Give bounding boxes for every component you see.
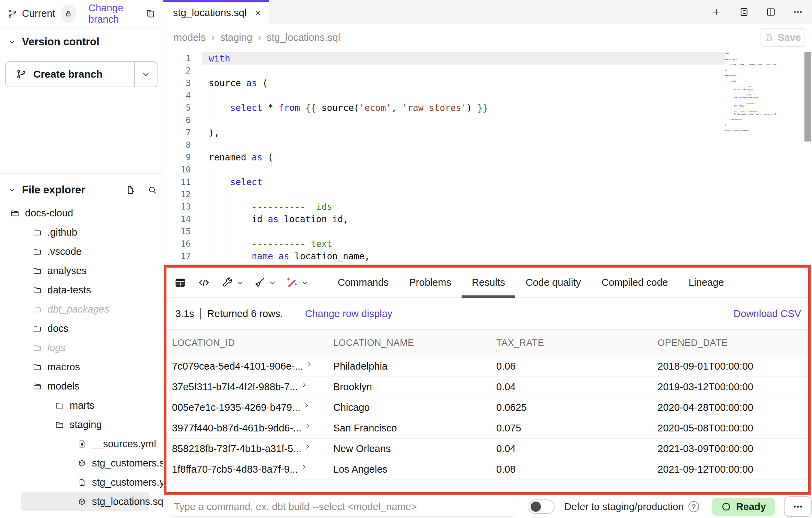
table-row[interactable]: 1f8ffa70-7cb5-4d83-8a7f-9...Los Angeles0… — [166, 459, 810, 480]
tree-item-stg_customers.sql[interactable]: stg_customers.sql — [0, 453, 163, 473]
save-button[interactable]: Save — [761, 28, 804, 47]
tree-item-dbt_packages[interactable]: dbt_packages — [0, 300, 163, 319]
command-bar: Defer to staging/production ? Ready — [163, 495, 812, 518]
cell-tax: 0.04 — [496, 443, 658, 454]
panel-tab-results[interactable]: Results — [462, 268, 515, 298]
git-branch-icon — [8, 9, 17, 19]
table-row[interactable]: 3977f440-b87d-461b-9dd6-...San Francisco… — [166, 418, 810, 439]
expand-row-icon[interactable] — [304, 443, 311, 450]
table-row[interactable]: 37e5f311-b7f4-4f2f-988b-7...Brooklyn0.04… — [166, 377, 810, 397]
file-icon — [77, 439, 86, 449]
tree-item-.vscode[interactable]: .vscode — [0, 242, 163, 261]
breadcrumb: models›staging›stg_locations.sql — [174, 24, 340, 51]
download-csv-link[interactable]: Download CSV — [733, 308, 801, 319]
change-branch-link[interactable]: Change branch — [89, 2, 145, 25]
build-tool-dropdown[interactable] — [221, 276, 244, 289]
tree-item-macros[interactable]: macros — [0, 357, 163, 376]
file-tree: docs-cloud.github.vscodeanalysesdata-tes… — [0, 203, 163, 511]
cell-value: 2020-05-08T00:00:00 — [658, 423, 753, 433]
minimap-line: with — [725, 52, 776, 55]
tree-item-stg_customers.yml[interactable]: stg_customers.yml — [0, 473, 163, 492]
expand-row-icon[interactable] — [306, 361, 313, 368]
new-file-icon[interactable] — [125, 185, 136, 195]
panel-tab-compiled-code[interactable]: Compiled code — [591, 268, 678, 298]
cell-tax: 0.08 — [496, 464, 658, 475]
minimap-line: name as location_name, — [725, 96, 776, 99]
status-label: Ready — [736, 501, 766, 513]
tree-item-stg_locations.sql[interactable]: stg_locations.sql — [21, 492, 149, 511]
indent-guide — [210, 164, 210, 268]
command-input[interactable] — [174, 501, 512, 513]
tree-item-docs-cloud[interactable]: docs-cloud — [0, 203, 163, 223]
folder-icon — [33, 285, 42, 295]
tree-item-models[interactable]: models — [0, 376, 163, 396]
panel-tab-problems[interactable]: Problems — [399, 268, 462, 298]
code-line: source as ( — [209, 77, 268, 89]
expand-row-icon[interactable] — [301, 381, 308, 388]
minimap-line — [725, 126, 776, 129]
version-control-header[interactable]: Version control — [8, 36, 100, 48]
folder-icon — [33, 247, 42, 256]
panel-tab-lineage[interactable]: Lineage — [678, 268, 734, 298]
more-options-icon[interactable] — [793, 7, 803, 17]
minimap-line — [725, 82, 776, 85]
change-row-display-link[interactable]: Change row display — [305, 308, 393, 319]
preview-table-icon[interactable] — [173, 276, 187, 290]
panel-tab-commands[interactable]: Commands — [327, 268, 399, 298]
cell-value: Chicago — [333, 402, 370, 413]
tree-item-logs[interactable]: logs — [0, 338, 163, 357]
tree-item-data-tests[interactable]: data-tests — [0, 280, 163, 300]
panel-tab-code-quality[interactable]: Code quality — [515, 268, 591, 298]
tree-item-analyses[interactable]: analyses — [0, 261, 163, 280]
cell-value: 0.075 — [496, 423, 521, 433]
branch-bar: Current Change branch — [0, 0, 163, 27]
version-control-title: Version control — [22, 36, 100, 48]
split-view-icon[interactable] — [765, 7, 776, 18]
copy-icon[interactable] — [145, 9, 155, 19]
tree-item-docs[interactable]: docs — [0, 319, 163, 338]
gutter-line-number: 5 — [163, 102, 191, 114]
editor-scrollbar[interactable] — [804, 52, 811, 142]
compile-code-icon[interactable] — [197, 276, 210, 289]
cell-value: 2021-09-12T00:00:00 — [658, 464, 753, 475]
minimap[interactable]: with source as ( select * from {{ source… — [725, 52, 776, 132]
expand-row-icon[interactable] — [304, 423, 311, 429]
cell-value: 3977f440-b87d-461b-9dd6-... — [172, 423, 301, 434]
ai-assist-dropdown[interactable] — [285, 276, 309, 289]
cell-tax: 0.0625 — [496, 402, 658, 413]
tree-item-__sources.yml[interactable]: __sources.yml — [0, 434, 163, 453]
gutter-line-number: 16 — [163, 238, 191, 250]
dbt-cloud-ide: Current Change branch Version control Cr… — [0, 0, 812, 518]
table-row[interactable]: 7c079cea-5ed4-4101-906e-...Philadelphia0… — [166, 356, 810, 377]
chevron-down-icon — [236, 279, 244, 286]
status-badge: Ready — [712, 498, 775, 516]
minimap-line: ---------- ids — [725, 85, 776, 88]
format-dropdown[interactable] — [253, 276, 276, 289]
expand-row-icon[interactable] — [303, 402, 310, 409]
table-row[interactable]: 858218fb-73f7-4b1b-a31f-5...New Orleans0… — [166, 439, 810, 459]
minimap-line: ---------- text — [725, 93, 776, 96]
breadcrumb-separator: › — [258, 32, 261, 43]
search-icon[interactable] — [147, 185, 158, 195]
cell-id: 3977f440-b87d-461b-9dd6-... — [172, 423, 333, 434]
defer-toggle[interactable] — [529, 499, 555, 514]
command-input-container — [167, 497, 518, 517]
tree-item-.github[interactable]: .github — [0, 223, 163, 242]
tab-stg-locations-sql[interactable]: stg_locations.sql — [163, 0, 269, 24]
table-row[interactable]: 005e7e1c-1935-4269-b479...Chicago0.06252… — [166, 397, 810, 418]
folder-icon — [55, 401, 64, 410]
tree-item-marts[interactable]: marts — [0, 396, 163, 415]
minimap-line — [725, 66, 776, 69]
tree-item-staging[interactable]: staging — [0, 415, 163, 434]
notebook-icon[interactable] — [738, 7, 749, 18]
create-branch-dropdown[interactable] — [134, 62, 157, 87]
chevron-down-icon[interactable] — [8, 186, 16, 194]
help-icon[interactable]: ? — [688, 501, 699, 512]
git-branch-icon — [16, 69, 26, 79]
close-icon[interactable] — [254, 9, 262, 17]
folder-icon — [33, 362, 42, 372]
expand-row-icon[interactable] — [301, 464, 308, 471]
create-branch-button[interactable]: Create branch — [6, 62, 134, 87]
more-menu-button[interactable] — [784, 496, 812, 517]
new-tab-icon[interactable] — [711, 7, 721, 17]
